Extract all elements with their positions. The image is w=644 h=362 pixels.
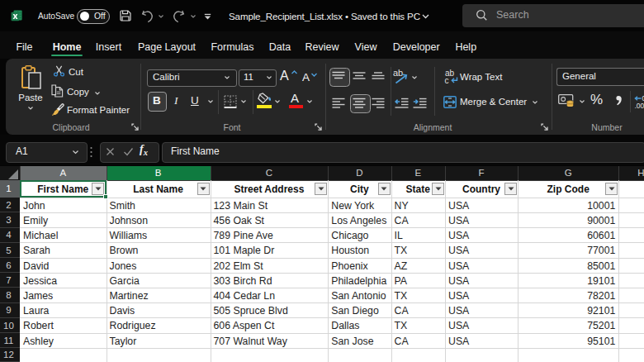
svg-text:.00: .00	[635, 102, 644, 109]
